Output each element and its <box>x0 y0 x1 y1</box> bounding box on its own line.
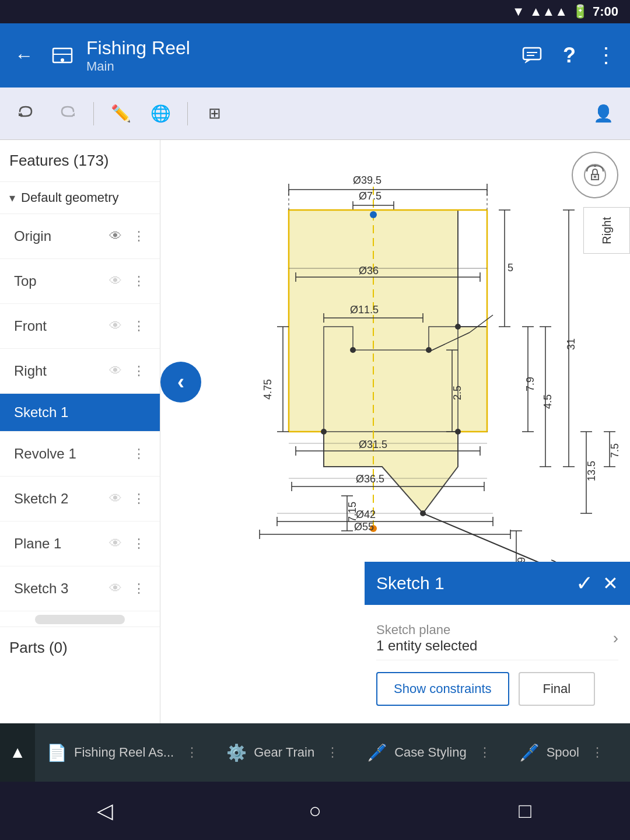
tab-case-styling[interactable]: 🖊️ Case Styling ⋮ <box>355 723 508 782</box>
tab-bar: ▲ 📄 Fishing Reel As... ⋮ ⚙️ Gear Train ⋮… <box>0 723 630 782</box>
tab-fishing-reel[interactable]: 📄 Fishing Reel As... ⋮ <box>35 723 215 782</box>
app-icon <box>48 41 77 70</box>
collapse-sidebar-button[interactable]: ‹ <box>160 362 201 402</box>
more-icon[interactable]: ⋮ <box>127 442 150 466</box>
sidebar-item-top[interactable]: Top 👁 ⋮ <box>0 259 160 304</box>
svg-point-23 <box>370 211 377 218</box>
tab-spool[interactable]: 🖊️ Spool ⋮ <box>508 723 620 782</box>
svg-point-26 <box>350 347 356 353</box>
canvas-area[interactable]: Right ‹ <box>160 140 630 723</box>
svg-text:Ø7.5: Ø7.5 <box>359 190 382 202</box>
tab-more-icon[interactable]: ⋮ <box>321 745 344 760</box>
eye-hidden-icon[interactable]: 👁 <box>104 270 127 293</box>
toolbar-divider-2 <box>187 102 188 125</box>
sketch-panel-body: Sketch plane 1 entity selected › Show co… <box>365 605 630 723</box>
more-button[interactable]: ⋮ <box>593 41 621 69</box>
globe-button[interactable]: 🌐 <box>143 96 178 131</box>
sidebar-item-front[interactable]: Front 👁 ⋮ <box>0 304 160 349</box>
app-subtitle: Main <box>86 59 509 74</box>
parts-header: Parts (0) <box>0 626 160 668</box>
sidebar-item-revolve1[interactable]: Revolve 1 ⋮ <box>0 432 160 477</box>
sketch-panel: Sketch 1 ✓ ✕ Sketch plane 1 entity selec… <box>365 562 630 723</box>
more-icon[interactable]: ⋮ <box>127 359 150 383</box>
gear-icon: ⚙️ <box>226 743 247 762</box>
svg-text:4.5: 4.5 <box>542 394 554 409</box>
tab-more-icon[interactable]: ⋮ <box>586 745 608 760</box>
person-button[interactable]: 👤 <box>586 96 621 131</box>
redo-button[interactable] <box>49 96 84 131</box>
tab-gear-train[interactable]: ⚙️ Gear Train ⋮ <box>215 723 355 782</box>
file-icon: 📄 <box>47 743 67 762</box>
app-title: Fishing Reel <box>86 37 509 59</box>
status-bar: ▼ ▲▲▲ 🔋 7:00 <box>0 0 630 23</box>
more-icon[interactable]: ⋮ <box>127 270 150 293</box>
more-icon[interactable]: ⋮ <box>127 487 150 510</box>
time-display: 7:00 <box>593 4 618 19</box>
show-constraints-button[interactable]: Show constraints <box>376 672 509 706</box>
tab-more-icon[interactable]: ⋮ <box>181 745 203 760</box>
svg-text:Ø36.5: Ø36.5 <box>356 473 384 485</box>
default-geometry-label: Default geometry <box>21 190 119 205</box>
eye-hidden-icon[interactable]: 👁 <box>104 532 127 555</box>
svg-text:Ø31.5: Ø31.5 <box>359 439 387 450</box>
recent-nav-button[interactable]: □ <box>502 799 548 823</box>
sidebar-item-label: Top <box>14 273 104 289</box>
sidebar-item-sketch2[interactable]: Sketch 2 👁 ⋮ <box>0 477 160 522</box>
more-icon[interactable]: ⋮ <box>127 314 150 338</box>
eye-hidden-icon[interactable]: 👁 <box>104 577 127 600</box>
tab-bar-up-button[interactable]: ▲ <box>0 723 35 782</box>
sketch-plane-label: Sketch plane <box>376 622 477 638</box>
eye-hidden-icon[interactable]: 👁 <box>104 314 127 338</box>
sketch-panel-title: Sketch 1 <box>376 573 566 593</box>
sidebar-item-right[interactable]: Right 👁 ⋮ <box>0 349 160 394</box>
confirm-sketch-button[interactable]: ✓ <box>576 571 593 596</box>
tab-more-icon[interactable]: ⋮ <box>474 745 496 760</box>
sidebar-item-label: Origin <box>14 228 104 244</box>
close-sketch-button[interactable]: ✕ <box>603 572 618 594</box>
svg-text:7.9: 7.9 <box>524 377 536 391</box>
wifi-icon: ▼ <box>512 4 525 19</box>
home-nav-button[interactable]: ○ <box>292 799 338 823</box>
svg-text:Ø39.5: Ø39.5 <box>353 174 382 186</box>
pencil-button[interactable]: ✏️ <box>103 96 138 131</box>
chevron-down-icon: ▾ <box>9 191 15 205</box>
split-button[interactable]: ⊞ <box>197 96 232 131</box>
help-button[interactable]: ? <box>555 41 583 69</box>
tab-label: Spool <box>547 745 579 760</box>
sidebar-item-label: Front <box>14 318 104 334</box>
battery-icon: 🔋 <box>572 4 588 19</box>
more-icon[interactable]: ⋮ <box>127 532 150 555</box>
eye-hidden-icon[interactable]: 👁 <box>104 359 127 383</box>
svg-text:7.15: 7.15 <box>346 502 358 522</box>
eye-icon[interactable]: 👁 <box>104 225 127 248</box>
tab-label: Gear Train <box>254 745 314 760</box>
svg-text:31: 31 <box>565 338 577 350</box>
sidebar: Features (173) ▾ Default geometry Origin… <box>0 140 160 723</box>
sketch-plane-row[interactable]: Sketch plane 1 entity selected › <box>376 617 618 660</box>
svg-text:Ø36: Ø36 <box>359 265 379 276</box>
toolbar: ✏️ 🌐 ⊞ 👤 <box>0 88 630 140</box>
signal-icon: ▲▲▲ <box>530 4 568 19</box>
eye-hidden-icon[interactable]: 👁 <box>104 487 127 510</box>
comment-button[interactable] <box>518 41 546 69</box>
back-button[interactable]: ← <box>9 45 38 66</box>
more-icon[interactable]: ⋮ <box>127 577 150 600</box>
svg-rect-3 <box>523 48 541 60</box>
sidebar-item-origin[interactable]: Origin 👁 ⋮ <box>0 214 160 259</box>
more-icon[interactable]: ⋮ <box>127 225 150 248</box>
final-button[interactable]: Final <box>519 672 596 706</box>
back-nav-button[interactable]: ◁ <box>82 799 128 823</box>
features-header: Features (173) <box>0 140 160 182</box>
undo-button[interactable] <box>9 96 44 131</box>
tab-label: Fishing Reel As... <box>74 745 174 760</box>
scroll-indicator <box>35 615 125 624</box>
svg-point-2 <box>61 58 64 62</box>
default-geometry[interactable]: ▾ Default geometry <box>0 182 160 214</box>
sidebar-item-sketch1[interactable]: Sketch 1 <box>0 394 160 432</box>
back-arrow-icon: ‹ <box>177 370 184 394</box>
sidebar-item-sketch3[interactable]: Sketch 3 👁 ⋮ <box>0 566 160 611</box>
sidebar-item-plane1[interactable]: Plane 1 👁 ⋮ <box>0 522 160 566</box>
svg-text:4.75: 4.75 <box>262 379 274 400</box>
svg-text:2.5: 2.5 <box>452 386 463 400</box>
svg-point-29 <box>455 324 461 330</box>
